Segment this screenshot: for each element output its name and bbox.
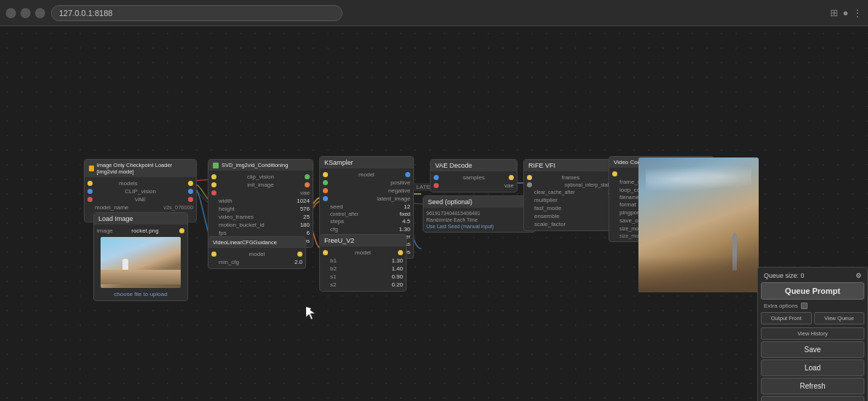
port-in <box>527 182 532 187</box>
node-header-seed[interactable]: Seed (optional) <box>423 196 535 208</box>
node-row: s2 0.20 <box>323 281 403 289</box>
node-row: motion_bucket_id 180 <box>211 221 310 229</box>
clouds <box>646 165 751 194</box>
queue-header: Queue size: 0 ⚙ <box>761 270 864 281</box>
browser-bar: 127.0.0.1:8188 ⊞ ● ⋮ <box>0 0 868 26</box>
profile-icon[interactable]: ● <box>842 7 848 18</box>
extra-options-label: Extra options <box>764 303 798 309</box>
node-body-seed: 9619173404815406481 Randomize Each Time … <box>423 208 535 232</box>
node-row: negative <box>323 187 410 195</box>
node-header-svd[interactable]: SVD_img2vid_Conditioning <box>208 160 313 171</box>
node-row[interactable]: choose file to upload <box>97 290 184 298</box>
node-row: positive <box>323 179 410 187</box>
port-out <box>405 172 410 177</box>
node-title-vae-decode: VAE Decode <box>435 162 472 169</box>
port-in <box>323 196 328 201</box>
node-vae-decode: VAE Decode samples vae <box>430 159 517 192</box>
node-row: model <box>323 249 403 257</box>
extra-options-row: Extra options <box>761 301 864 311</box>
browser-back[interactable] <box>6 8 16 18</box>
extensions-icon[interactable]: ⊞ <box>830 7 838 18</box>
node-svd-conditioning: SVD_img2vid_Conditioning clip_vision ini… <box>208 159 313 248</box>
node-row: min_cfg 2.0 <box>211 258 302 266</box>
port-in <box>434 175 439 180</box>
node-row: image rocket.png <box>97 227 184 235</box>
node-header-load-image[interactable]: Load Image <box>94 213 187 225</box>
save-button[interactable]: Save <box>761 341 864 358</box>
node-row: clear_cache_after 10 <box>527 188 614 196</box>
port-out <box>188 189 193 194</box>
port-in <box>87 181 93 186</box>
browser-actions: ⊞ ● ⋮ <box>830 7 862 18</box>
queue-panel: Queue size: 0 ⚙ Queue Prompt Extra optio… <box>757 267 868 401</box>
node-row: CLIP_vision <box>87 187 193 195</box>
node-row: b2 1.40 <box>323 265 403 273</box>
node-title-ksampler: KSampler <box>324 159 353 166</box>
port-in <box>87 189 93 194</box>
queue-sub-buttons: Output Front View Queue <box>761 311 864 326</box>
node-row: Use Last Seed (manual input) <box>426 223 532 230</box>
port-in <box>211 190 216 195</box>
node-body-rife: frames optional_interp_status clear_cach… <box>524 171 617 230</box>
node-row: init_image <box>211 181 310 189</box>
port-in <box>87 197 93 202</box>
node-row: width 1024 <box>211 197 310 205</box>
node-row: s1 0.90 <box>323 273 403 281</box>
node-header-ksampler[interactable]: KSampler <box>320 157 413 168</box>
node-header-video-cfg[interactable]: VideoLinearCFGGuidance <box>208 237 305 248</box>
node-row: model <box>323 171 410 179</box>
node-row: height 576 <box>211 205 310 213</box>
node-row: b1 1.30 <box>323 257 403 265</box>
url-text: 127.0.0.1:8188 <box>59 9 112 17</box>
queue-prompt-button[interactable]: Queue Prompt <box>761 282 864 300</box>
port-in <box>527 175 532 180</box>
output-front-button[interactable]: Output Front <box>761 312 812 324</box>
node-canvas-area: Image Only Checkpoint Loader [img2vid mo… <box>0 26 868 401</box>
view-queue-button[interactable]: View Queue <box>814 312 865 324</box>
node-row: steps 4.5 <box>323 217 410 225</box>
node-title-seed: Seed (optional) <box>428 198 472 206</box>
port-out <box>509 175 514 180</box>
node-icon-svd <box>213 163 219 168</box>
browser-refresh[interactable] <box>35 8 45 18</box>
gear-icon[interactable]: ⚙ <box>856 272 861 279</box>
node-title-rife: RIFE VFI <box>528 162 555 169</box>
extra-options-checkbox[interactable] <box>801 303 808 309</box>
node-seed: Seed (optional) 9619173404815406481 Rand… <box>423 195 536 233</box>
node-row: model <box>211 250 302 258</box>
node-row: samples <box>434 174 514 182</box>
node-row: video_frames 25 <box>211 213 310 221</box>
node-row: multiplier 2 <box>527 196 614 204</box>
node-row: scale_factor 1 <box>527 220 614 228</box>
port-out <box>297 252 302 257</box>
node-body-vae-decode: samples vae <box>431 171 517 192</box>
node-row: seed 12 <box>323 203 410 211</box>
node-row: vae <box>211 189 310 197</box>
view-history-button[interactable]: View History <box>761 327 864 340</box>
port-in <box>434 183 439 188</box>
node-header-freeu[interactable]: FreeU_V2 <box>320 235 406 246</box>
refresh-button[interactable]: Refresh <box>761 378 864 394</box>
node-body-load-image: image rocket.png choose file to upload <box>94 225 187 300</box>
node-row: clip_vision <box>211 173 310 181</box>
node-header-rife[interactable]: RIFE VFI <box>524 160 617 171</box>
node-row: VAE <box>87 195 193 203</box>
load-button[interactable]: Load <box>761 359 864 376</box>
node-header-checkpoint[interactable]: Image Only Checkpoint Loader [img2vid mo… <box>85 160 196 177</box>
port-out <box>398 250 403 255</box>
queue-size-text: Queue size: 0 <box>764 272 805 279</box>
browser-forward[interactable] <box>20 8 31 18</box>
clipspace-button[interactable]: Clipspace <box>761 396 864 401</box>
address-bar[interactable]: 127.0.0.1:8188 <box>51 5 343 21</box>
node-row: latent_image <box>323 195 410 203</box>
port-in <box>323 188 328 193</box>
output-image-preview <box>638 157 759 292</box>
node-body-freeu: model b1 1.30 b2 1.40 s1 0.90 s2 0.20 <box>320 246 406 291</box>
node-row: fast_mode ✓ <box>527 204 614 212</box>
node-row: 9619173404815406481 <box>426 210 532 217</box>
port-in <box>211 182 216 187</box>
nav-buttons <box>6 8 45 18</box>
node-header-vae-decode[interactable]: VAE Decode <box>431 160 517 171</box>
node-row: cfg 1.30 <box>323 225 410 233</box>
menu-icon[interactable]: ⋮ <box>853 7 862 18</box>
